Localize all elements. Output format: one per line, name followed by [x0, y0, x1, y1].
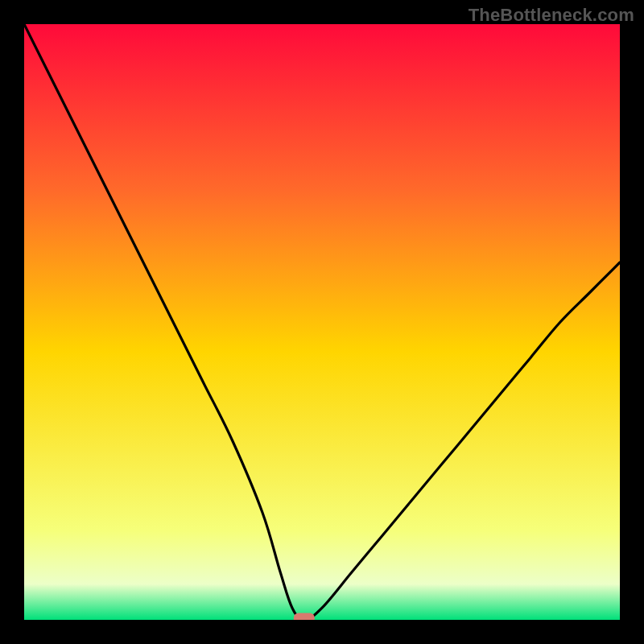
chart-frame: TheBottleneck.com [0, 0, 644, 644]
watermark-label: TheBottleneck.com [469, 5, 634, 26]
bottleneck-curve-chart [24, 24, 620, 620]
optimum-marker [294, 613, 315, 621]
gradient-background [24, 24, 620, 620]
plot-area [24, 24, 620, 620]
